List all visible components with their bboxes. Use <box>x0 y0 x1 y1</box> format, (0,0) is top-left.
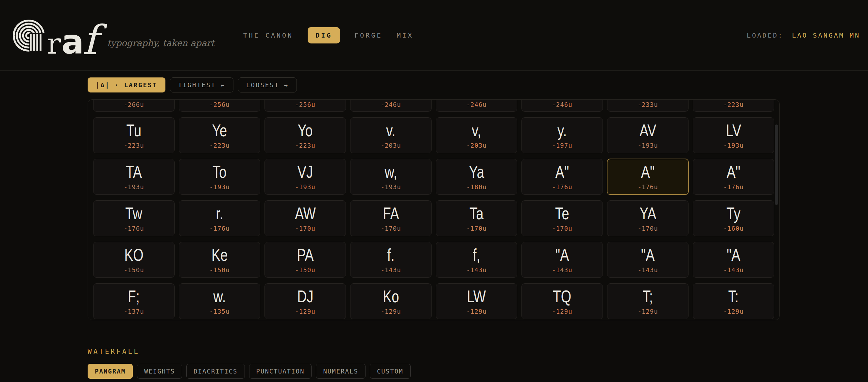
kerning-pair-cell[interactable]: Ke -150u <box>179 242 260 278</box>
kerning-value: -193u <box>209 183 229 191</box>
kerning-pair-cell[interactable]: Te -170u <box>522 200 603 236</box>
kerning-pair-cell[interactable]: f. -143u <box>350 242 432 278</box>
kerning-value: -266u <box>124 101 144 108</box>
waterfall-tab[interactable]: PANGRAM <box>88 364 133 379</box>
brand: r a f typography, taken apart <box>11 15 214 55</box>
kerning-pair-cell[interactable]: A" -176u <box>693 159 774 195</box>
kerning-value: -176u <box>723 183 743 191</box>
kerning-pair-cell[interactable]: y. -197u <box>522 117 603 153</box>
kerning-pair-cell[interactable]: f, -143u <box>436 242 517 278</box>
kerning-pair-glyphs: KO <box>124 246 144 263</box>
kerning-pair-glyphs: y. <box>557 122 567 139</box>
kerning-pair-cell[interactable]: "A -143u <box>522 242 603 278</box>
waterfall-tab[interactable]: CUSTOM <box>370 364 411 379</box>
logo-letter-f: f <box>83 26 97 55</box>
kerning-pair-cell-clipped[interactable]: -246u <box>350 100 432 112</box>
kerning-pair-cell[interactable]: T; -129u <box>607 283 688 319</box>
kerning-pair-cell[interactable]: YA -170u <box>607 200 688 236</box>
kerning-pair-cell[interactable]: AW -170u <box>265 200 346 236</box>
kerning-pair-cell[interactable]: v, -203u <box>436 117 517 153</box>
kerning-pair-cell-clipped[interactable]: -266u <box>93 100 175 112</box>
kerning-pair-cell[interactable]: LW -129u <box>436 283 517 319</box>
kerning-pair-cell[interactable]: T: -129u <box>693 283 774 319</box>
kerning-pair-glyphs: Tw <box>126 205 143 222</box>
kerning-pair-glyphs: T; <box>643 288 653 305</box>
kerning-value: -129u <box>552 308 572 315</box>
kerning-pair-glyphs: LV <box>726 122 741 139</box>
kerning-value: -246u <box>466 101 487 108</box>
kerning-value: -180u <box>466 183 487 191</box>
logo-letter-r: r <box>47 33 61 55</box>
kerning-value: -150u <box>124 266 144 274</box>
kerning-pair-cell[interactable]: DJ -129u <box>265 283 346 319</box>
kerning-pair-cell[interactable]: Ta -170u <box>436 200 517 236</box>
kerning-pair-cell[interactable]: A" -176u <box>522 159 603 195</box>
kerning-pair-cell-clipped[interactable]: -223u <box>693 100 774 112</box>
kerning-value: -176u <box>638 183 658 191</box>
kerning-value: -129u <box>295 308 315 315</box>
kerning-value: -170u <box>552 225 572 232</box>
grid-scrollbar-thumb[interactable] <box>775 125 778 205</box>
kerning-pair-cell[interactable]: VJ -193u <box>265 159 346 195</box>
kerning-value: -256u <box>295 101 315 108</box>
main-nav: THE CANONDIGFORGEMIX <box>243 27 413 43</box>
app-root: r a f typography, taken apart THE CANOND… <box>0 0 868 382</box>
kerning-value: -129u <box>380 308 401 315</box>
kerning-value: -246u <box>380 101 401 108</box>
kerning-pair-cell[interactable]: FA -170u <box>350 200 432 236</box>
kerning-value: -256u <box>209 101 229 108</box>
nav-item[interactable]: DIG <box>308 27 340 43</box>
loaded-font-name: LAO SANGAM MN <box>792 31 860 39</box>
kerning-pair-glyphs: DJ <box>297 288 313 305</box>
kerning-value: -143u <box>466 266 487 274</box>
kerning-value: -170u <box>466 225 487 232</box>
waterfall-tab[interactable]: NUMERALS <box>316 364 366 379</box>
kerning-pair-cell[interactable]: TA -193u <box>93 159 175 195</box>
nav-item[interactable]: THE CANON <box>243 31 293 39</box>
logo-g-striped-icon <box>11 15 45 54</box>
kerning-pair-glyphs: T: <box>728 288 739 305</box>
kerning-pair-cell[interactable]: w. -135u <box>179 283 260 319</box>
sort-button[interactable]: TIGHTEST ← <box>170 77 234 93</box>
kerning-pair-cell[interactable]: AV -193u <box>607 117 688 153</box>
kerning-pair-cell[interactable]: w, -193u <box>350 159 432 195</box>
kerning-pair-cell[interactable]: r. -176u <box>179 200 260 236</box>
kerning-pair-cell[interactable]: LV -193u <box>693 117 774 153</box>
kerning-pair-cell[interactable]: TQ -129u <box>522 283 603 319</box>
sort-button[interactable]: |Δ| · LARGEST <box>88 77 165 93</box>
kerning-pair-cell[interactable]: KO -150u <box>93 242 175 278</box>
kerning-pair-cell-clipped[interactable]: -256u <box>179 100 260 112</box>
kerning-pair-cell[interactable]: Ye -223u <box>179 117 260 153</box>
nav-item[interactable]: FORGE <box>354 31 382 39</box>
kerning-pair-cell[interactable]: v. -203u <box>350 117 432 153</box>
kerning-pair-cell[interactable]: "A -143u <box>607 242 688 278</box>
kerning-pair-cell[interactable]: Tu -223u <box>93 117 175 153</box>
kerning-value: -170u <box>295 225 315 232</box>
kerning-value: -223u <box>209 142 229 149</box>
kerning-pair-cell[interactable]: "A -143u <box>693 242 774 278</box>
waterfall-tab[interactable]: DIACRITICS <box>186 364 245 379</box>
sort-button[interactable]: LOOSEST → <box>238 77 297 93</box>
kerning-value: -143u <box>638 266 658 274</box>
kerning-pair-cell[interactable]: Yo -223u <box>265 117 346 153</box>
kerning-pair-cell-clipped[interactable]: -246u <box>522 100 603 112</box>
kerning-pair-cell-clipped[interactable]: -246u <box>436 100 517 112</box>
kerning-pair-cell[interactable]: F; -137u <box>93 283 175 319</box>
kerning-pair-glyphs: Ke <box>212 246 228 263</box>
kerning-pair-cell-clipped[interactable]: -256u <box>265 100 346 112</box>
kerning-pair-cell[interactable]: To -193u <box>179 159 260 195</box>
kerning-pair-cell[interactable]: Ko -129u <box>350 283 432 319</box>
nav-item[interactable]: MIX <box>397 31 413 39</box>
waterfall-tab[interactable]: WEIGHTS <box>137 364 182 379</box>
waterfall-tab[interactable]: PUNCTUATION <box>249 364 312 379</box>
kerning-pair-cell[interactable]: Ty -160u <box>693 200 774 236</box>
kerning-pair-cell[interactable]: PA -150u <box>265 242 346 278</box>
kerning-value: -193u <box>124 183 144 191</box>
kerning-pair-cell[interactable]: Ya -180u <box>436 159 517 195</box>
kerning-pair-glyphs: r. <box>216 205 223 222</box>
waterfall-section: WATERFALL PANGRAMWEIGHTSDIACRITICSPUNCTU… <box>88 348 868 379</box>
kerning-pair-cell[interactable]: A" -176u <box>607 159 688 195</box>
kerning-pair-cell-clipped[interactable]: -233u <box>607 100 688 112</box>
kerning-value: -203u <box>380 142 401 149</box>
kerning-pair-cell[interactable]: Tw -176u <box>93 200 175 236</box>
